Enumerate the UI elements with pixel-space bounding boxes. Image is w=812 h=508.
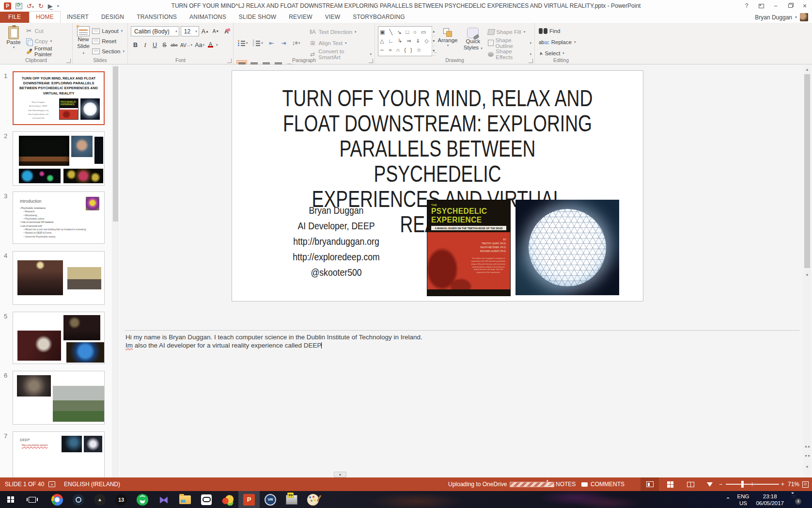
taskbar-powerpoint-active[interactable]: P — [238, 491, 260, 508]
copy-button[interactable]: Copy▾ — [24, 36, 70, 46]
notes-splitter[interactable] — [125, 330, 799, 331]
tab-insert[interactable]: INSERT — [61, 12, 95, 23]
tray-expand-icon[interactable]: ⌃ — [725, 496, 730, 503]
zoom-slider-track[interactable] — [726, 484, 779, 485]
line-spacing-button[interactable]: ↕≡▾ — [291, 38, 301, 48]
shrink-font-button[interactable]: A▼ — [211, 27, 220, 36]
clipboard-dialog-launcher[interactable] — [66, 59, 71, 63]
main-scrollbar[interactable]: ▲ ▼ ▲▲ ▼▼ ▼ — [803, 65, 811, 476]
notes-toggle-button[interactable]: NOTES — [547, 477, 576, 491]
restore-button[interactable] — [783, 0, 797, 12]
tab-slide-show[interactable]: SLIDE SHOW — [233, 12, 282, 23]
font-family-combobox[interactable]: Calibri (Body)▾ — [131, 26, 179, 36]
tab-design[interactable]: DESIGN — [95, 12, 130, 23]
spellcheck-indicator[interactable]: × — [48, 477, 55, 491]
taskbar-unity[interactable] — [89, 491, 110, 508]
zoom-level[interactable]: 71% — [788, 477, 799, 491]
tab-storyboarding[interactable]: STORYBOARDING — [346, 12, 411, 23]
slide-author-textbox[interactable]: Bryan Duggan AI Developer, DEEP http://b… — [251, 203, 421, 280]
slide-thumbnail-5[interactable] — [13, 312, 105, 364]
thumbnail-panel-scrollbar[interactable] — [112, 64, 119, 477]
customize-qat-icon[interactable]: ▾ — [57, 4, 59, 8]
taskbar-steam[interactable] — [68, 491, 89, 508]
task-view-button[interactable] — [21, 491, 43, 508]
format-painter-button[interactable]: Format Painter — [24, 46, 70, 56]
save-sync-icon[interactable] — [16, 3, 22, 9]
slideshow-view-button[interactable] — [701, 477, 719, 491]
bullets-button[interactable]: ▾ — [236, 38, 249, 48]
font-color-button[interactable]: A — [206, 40, 215, 50]
start-slideshow-icon[interactable]: ▶̲ — [48, 2, 53, 10]
previous-slide-button[interactable]: ▲▲ — [803, 442, 811, 450]
scroll-down-icon[interactable]: ▼ — [803, 271, 811, 279]
slide-thumbnail-7[interactable]: DEEP Many psychedelic aspects — [13, 431, 105, 477]
section-button[interactable]: Section▾ — [91, 46, 125, 56]
reading-view-button[interactable] — [681, 477, 700, 491]
decrease-indent-button[interactable]: ⇤ — [267, 38, 276, 48]
font-dialog-launcher[interactable] — [227, 59, 232, 63]
normal-view-button[interactable] — [640, 477, 659, 491]
slide-thumbnail-1[interactable]: TURN OFF YOUR MIND, RELAX AND FLOAT DOWN… — [13, 71, 105, 125]
taskbar-paint[interactable] — [302, 491, 324, 508]
slide-thumbnail-4[interactable] — [13, 251, 105, 305]
close-button[interactable]: × — [797, 0, 812, 12]
undo-icon[interactable]: ↺▾ — [27, 2, 34, 10]
next-slide-button[interactable]: ▼▼ — [803, 451, 811, 460]
ribbon-display-options-button[interactable] — [754, 0, 768, 12]
slide-sorter-view-button[interactable] — [661, 477, 679, 491]
new-slide-button[interactable]: New Slide ▾ — [76, 25, 91, 56]
tab-review[interactable]: REVIEW — [282, 12, 319, 23]
account-area[interactable]: Bryan Duggan ▾ — [755, 13, 808, 21]
start-button[interactable] — [0, 491, 21, 508]
tab-transitions[interactable]: TRANSITIONS — [130, 12, 183, 23]
cut-button[interactable]: Cut — [24, 26, 70, 36]
tab-animations[interactable]: ANIMATIONS — [183, 12, 233, 23]
clear-formatting-button[interactable]: A — [222, 27, 231, 36]
select-button[interactable]: Select▾ — [538, 48, 585, 58]
geodesic-sphere-image[interactable] — [515, 200, 619, 295]
comments-toggle-button[interactable]: COMMENTS — [581, 477, 625, 491]
paste-button[interactable]: Paste ▾ — [3, 25, 24, 56]
change-case-button[interactable]: Aa▾ — [194, 40, 205, 50]
shape-fill-button[interactable]: Shape Fill▾ — [487, 27, 532, 37]
increase-indent-button[interactable]: ⇥ — [279, 38, 288, 48]
reset-button[interactable]: Reset — [91, 36, 125, 46]
taskbar-spotify[interactable] — [132, 491, 153, 508]
shape-scroll-down-icon[interactable]: ▼ — [432, 36, 436, 46]
find-button[interactable]: Find — [538, 26, 585, 36]
shape-scroll-up-icon[interactable]: ▲ — [432, 27, 436, 36]
grow-font-button[interactable]: A▲ — [201, 27, 210, 36]
font-color-dropdown-icon[interactable]: ▾ — [216, 43, 218, 47]
taskbar-chrome[interactable] — [47, 491, 68, 508]
taskbar-oculus[interactable] — [196, 491, 217, 508]
paragraph-dialog-launcher[interactable] — [369, 59, 373, 63]
shape-gallery-more-icon[interactable]: ▼̲ — [432, 46, 436, 56]
thumbnail-scrollbar-thumb[interactable] — [113, 66, 118, 222]
scroll-up-icon[interactable]: ▲ — [803, 65, 811, 73]
taskbar-app-13[interactable]: 13 — [110, 491, 132, 508]
character-spacing-button[interactable]: AV↔▾ — [179, 40, 193, 50]
language-indicator[interactable]: ENGLISH (IRELAND) — [64, 477, 120, 491]
help-button[interactable]: ? — [739, 0, 754, 12]
language-switcher[interactable]: ENGUS — [737, 493, 750, 507]
slide-thumbnail-6[interactable] — [13, 371, 105, 425]
underline-button[interactable]: U — [150, 40, 159, 50]
slide-counter[interactable]: SLIDE 1 OF 40 — [5, 477, 44, 491]
taskbar-tropical-app[interactable] — [217, 491, 238, 508]
shape-gallery-scrollbar[interactable]: ▲ ▼ ▼̲ — [432, 27, 436, 56]
taskbar-visual-studio[interactable]: ⧓ — [153, 491, 174, 508]
bold-button[interactable]: B — [131, 40, 140, 50]
text-shadow-button[interactable]: abc — [170, 40, 179, 50]
minimize-button[interactable]: – — [768, 0, 783, 12]
book-cover-image[interactable]: THE PSYCHEDELIC EXPERIENCE A MANUAL BASE… — [427, 200, 511, 296]
quick-styles-button[interactable]: Quick Styles ▾ — [463, 26, 483, 57]
tab-view[interactable]: VIEW — [319, 12, 346, 23]
layout-button[interactable]: Layout▾ — [91, 26, 125, 36]
tab-home[interactable]: HOME — [29, 11, 61, 23]
clock[interactable]: 23:1806/05/2017 — [756, 493, 784, 507]
tab-file[interactable]: FILE — [0, 12, 29, 23]
slide-editing-surface[interactable]: TURN OFF YOUR MIND, RELAX AND FLOAT DOWN… — [232, 70, 643, 302]
zoom-out-button[interactable]: − — [719, 477, 722, 491]
notes-pane[interactable]: Hi my name is Bryan Duggan. I teach comp… — [125, 333, 658, 349]
replace-button[interactable]: abacReplace▾ — [538, 37, 585, 47]
